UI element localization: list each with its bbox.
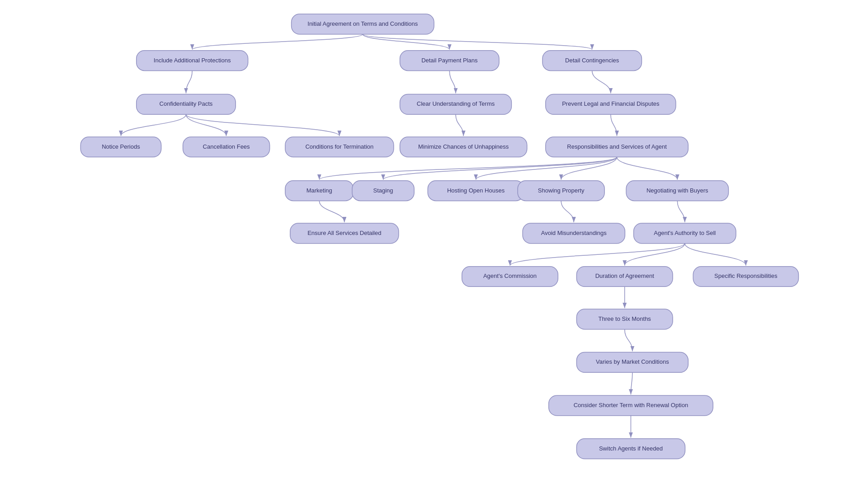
edge-tsm-vmc [625,329,632,352]
node-label-doa: Duration of Agreement [595,272,654,279]
node-label-hoh: Hosting Open Houses [447,187,505,194]
edge-rsa-mkt [319,157,617,180]
node-rsa: Responsibilities and Services of Agent [546,137,688,157]
node-cf: Cancellation Fees [183,137,270,157]
node-label-cp: Confidentiality Pacts [160,100,213,107]
node-san: Switch Agents if Needed [576,439,685,459]
edge-plfd-rsa [611,114,617,136]
edge-nb-aas [677,201,684,222]
node-label-ac: Agent's Commission [483,272,537,279]
node-label-san: Switch Agents if Needed [599,445,663,452]
node-label-easd: Ensure All Services Detailed [307,230,381,236]
node-label-cstr: Consider Shorter Term with Renewal Optio… [574,402,688,408]
node-label-plfd: Prevent Legal and Financial Disputes [562,100,660,107]
node-cut: Clear Understanding of Terms [400,94,512,115]
diagram: Initial Agreement on Terms and Condition… [0,0,868,488]
node-label-sr: Specific Responsibilities [714,272,778,279]
node-np: Notice Periods [80,137,161,157]
edge-rsa-stg [383,157,617,180]
node-iap: Include Additional Protections [137,51,248,71]
node-label-iap: Include Additional Protections [154,57,231,64]
node-stg: Staging [352,181,414,201]
edge-aas-ac [510,244,685,266]
node-mcu: Minimize Chances of Unhappiness [400,137,527,157]
node-label-nb: Negotiating with Buyers [646,187,708,194]
node-label-aas: Agent's Authority to Sell [654,230,716,236]
node-label-cf: Cancellation Fees [203,143,250,150]
node-sp: Showing Property [518,181,604,201]
edge-sp-am [561,201,574,222]
nodes-layer: Initial Agreement on Terms and Condition… [80,14,798,459]
node-label-cut: Clear Understanding of Terms [417,100,495,107]
edge-aas-doa [625,244,685,266]
edge-root-dc [363,34,592,50]
node-tsm: Three to Six Months [576,309,673,329]
node-ac: Agent's Commission [462,267,558,287]
node-label-stg: Staging [373,187,393,194]
node-mkt: Marketing [285,181,354,201]
node-label-mcu: Minimize Chances of Unhappiness [418,143,509,150]
node-dc: Detail Contingencies [542,51,642,71]
edge-cut-mcu [456,114,463,136]
edge-iap-cp [186,70,192,93]
node-aas: Agent's Authority to Sell [634,223,736,244]
node-label-rsa: Responsibilities and Services of Agent [567,143,667,150]
node-label-vmc: Varies by Market Conditions [596,358,669,365]
node-dpp: Detail Payment Plans [400,51,499,71]
edge-dc-plfd [592,70,611,93]
node-plfd: Prevent Legal and Financial Disputes [546,94,676,115]
node-vmc: Varies by Market Conditions [576,352,688,373]
node-easd: Ensure All Services Detailed [290,223,399,244]
node-label-root: Initial Agreement on Terms and Condition… [307,20,418,27]
edge-vmc-cstr [631,372,632,394]
edge-cp-np [121,114,186,136]
node-am: Avoid Misunderstandings [523,223,625,244]
edge-cp-cft [186,114,339,136]
node-label-dc: Detail Contingencies [565,57,619,64]
node-label-mkt: Marketing [307,187,332,194]
node-cstr: Consider Shorter Term with Renewal Optio… [549,395,713,416]
node-sr: Specific Responsibilities [693,267,798,287]
node-label-cft: Conditions for Termination [305,143,373,150]
node-cp: Confidentiality Pacts [137,94,236,115]
node-nb: Negotiating with Buyers [626,181,728,201]
edge-rsa-nb [617,157,678,180]
node-root: Initial Agreement on Terms and Condition… [292,14,434,34]
node-label-tsm: Three to Six Months [599,315,651,322]
node-label-sp: Showing Property [538,187,585,194]
edge-dpp-cut [449,70,456,93]
node-doa: Duration of Agreement [576,267,673,287]
edge-mkt-easd [319,201,344,222]
edge-root-dpp [363,34,449,50]
node-label-am: Avoid Misunderstandings [541,230,607,236]
node-label-dpp: Detail Payment Plans [421,57,478,64]
edge-aas-sr [685,244,746,266]
node-label-np: Notice Periods [102,143,140,150]
node-hoh: Hosting Open Houses [428,181,524,201]
node-cft: Conditions for Termination [285,137,394,157]
edge-root-iap [192,34,363,50]
